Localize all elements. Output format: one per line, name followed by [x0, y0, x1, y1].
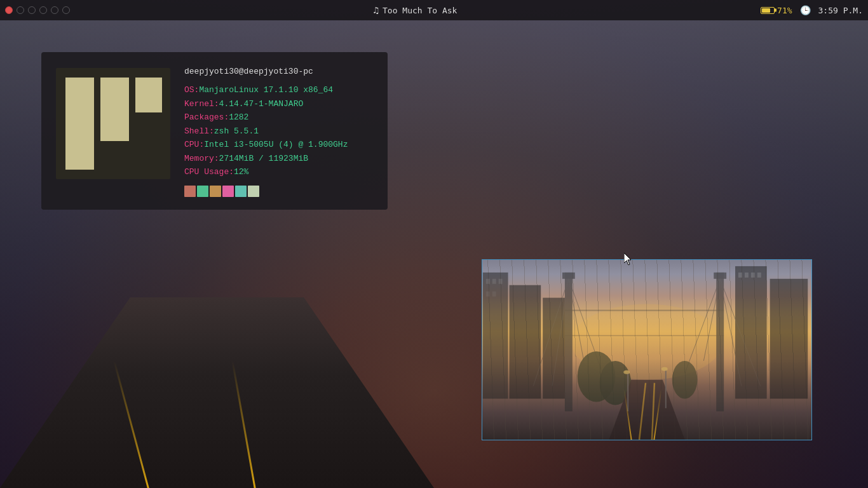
cpu-line: CPU: Intel i3-5005U (4) @ 1.900GHz — [184, 138, 375, 151]
packages-line: Packages: 1282 — [184, 111, 375, 124]
svg-rect-20 — [562, 273, 575, 279]
topbar: ♫ Too Much To Ask 71% 🕒 3:59 P.M. — [0, 0, 868, 20]
kernel-value: 4.14.47-1-MANJARO — [219, 97, 304, 111]
svg-rect-18 — [770, 279, 808, 399]
color-swatch — [184, 186, 196, 197]
song-title: Too Much To Ask — [383, 6, 457, 15]
wm-button-3[interactable] — [39, 6, 47, 14]
svg-rect-6 — [486, 279, 490, 284]
topbar-right: 71% 🕒 3:59 P.M. — [761, 5, 863, 15]
neofetch-info: deepjyoti30@deepjyoti30-pc OS: ManjaroLi… — [184, 65, 375, 197]
neofetch-window: deepjyoti30@deepjyoti30-pc OS: ManjaroLi… — [41, 52, 388, 210]
manjaro-logo — [54, 65, 172, 182]
svg-rect-9 — [486, 292, 490, 297]
color-swatch — [210, 186, 221, 197]
clock-icon: 🕒 — [800, 5, 811, 15]
battery-fill — [762, 8, 770, 13]
wm-button-close[interactable] — [5, 6, 13, 14]
svg-rect-11 — [510, 285, 541, 399]
wm-button-4[interactable] — [51, 6, 58, 14]
color-swatch — [248, 186, 259, 197]
svg-rect-14 — [738, 273, 742, 278]
shell-label: Shell: — [184, 125, 214, 138]
svg-point-40 — [623, 370, 630, 374]
svg-rect-16 — [751, 273, 755, 278]
shell-value: zsh 5.5.1 — [214, 125, 259, 138]
wm-buttons — [5, 6, 70, 14]
svg-rect-2 — [100, 78, 129, 141]
svg-rect-10 — [492, 292, 496, 297]
svg-rect-3 — [135, 78, 162, 112]
svg-rect-7 — [492, 279, 496, 284]
cpuusage-value: 12% — [234, 165, 248, 179]
battery-icon — [761, 7, 775, 14]
color-swatch — [222, 186, 234, 197]
cpu-label: CPU: — [184, 138, 204, 151]
svg-rect-15 — [745, 273, 749, 278]
battery-percent: 71% — [777, 6, 792, 15]
wm-button-1[interactable] — [17, 6, 24, 14]
svg-rect-1 — [65, 78, 94, 170]
cpuusage-label: CPU Usage: — [184, 165, 234, 179]
cpu-value: Intel i3-5005U (4) @ 1.900GHz — [204, 138, 348, 151]
username-line: deepjyoti30@deepjyoti30-pc — [184, 65, 375, 78]
color-swatches — [184, 186, 375, 197]
svg-point-42 — [661, 367, 668, 371]
clock-time: 3:59 P.M. — [818, 6, 863, 15]
os-line: OS: ManjaroLinux 17.1.10 x86_64 — [184, 83, 375, 97]
packages-value: 1282 — [229, 111, 248, 124]
image-viewer-window[interactable] — [482, 259, 812, 440]
svg-point-35 — [672, 361, 698, 399]
memory-line: Memory: 2714MiB / 11923MiB — [184, 152, 375, 165]
os-label: OS: — [184, 83, 199, 97]
kernel-line: Kernel: 4.14.47-1-MANJARO — [184, 97, 375, 111]
color-swatch — [235, 186, 247, 197]
color-swatch — [197, 186, 208, 197]
svg-rect-17 — [757, 273, 761, 278]
shell-line: Shell: zsh 5.5.1 — [184, 125, 375, 138]
memory-value: 2714MiB / 11923MiB — [219, 152, 308, 165]
wm-button-2[interactable] — [28, 6, 36, 14]
music-icon: ♫ — [374, 5, 379, 15]
svg-rect-26 — [714, 273, 726, 279]
svg-rect-8 — [499, 279, 503, 284]
battery-indicator: 71% — [761, 6, 792, 15]
viewer-image — [482, 260, 811, 440]
cpuusage-line: CPU Usage: 12% — [184, 165, 375, 179]
packages-label: Packages: — [184, 111, 229, 124]
now-playing: ♫ Too Much To Ask — [70, 5, 761, 15]
os-value: ManjaroLinux 17.1.10 x86_64 — [199, 83, 333, 97]
kernel-label: Kernel: — [184, 97, 219, 111]
wm-button-5[interactable] — [62, 6, 70, 14]
memory-label: Memory: — [184, 152, 219, 165]
